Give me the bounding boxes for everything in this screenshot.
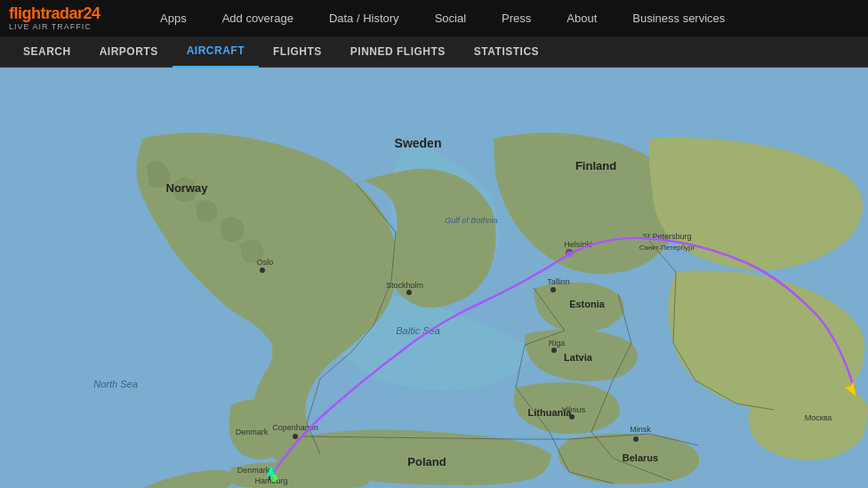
svg-text:Oslo: Oslo <box>257 258 274 267</box>
svg-text:Latvia: Latvia <box>564 352 593 363</box>
nav-about[interactable]: About <box>549 0 615 36</box>
svg-text:Санкт-Петербург: Санкт-Петербург <box>639 244 695 252</box>
subnav-pinned-flights[interactable]: PINNED FLIGHTS <box>336 36 460 68</box>
subnav-aircraft[interactable]: AIRCRAFT <box>173 36 259 68</box>
svg-point-5 <box>551 287 556 292</box>
svg-point-2 <box>260 268 265 273</box>
map-background: Sweden Norway Finland Estonia Latvia Lit… <box>0 68 868 488</box>
svg-point-8 <box>551 348 557 353</box>
svg-point-3 <box>406 290 412 295</box>
svg-text:Minsk: Minsk <box>630 425 651 434</box>
subnav-search[interactable]: SEARCH <box>9 36 85 68</box>
logo[interactable]: flightradar24 LIVE AIR TRAFFIC <box>9 5 125 32</box>
svg-text:North Sea: North Sea <box>93 379 138 389</box>
logo-subtitle: LIVE AIR TRAFFIC <box>9 22 125 31</box>
map-container[interactable]: Sweden Norway Finland Estonia Latvia Lit… <box>0 68 868 488</box>
svg-text:Estonia: Estonia <box>569 299 606 309</box>
svg-point-6 <box>293 434 298 439</box>
logo-text: flightradar24 <box>9 5 125 23</box>
svg-text:St Petersburg: St Petersburg <box>642 232 691 241</box>
svg-text:Finland: Finland <box>575 159 616 172</box>
svg-text:Gulf of Bothnia: Gulf of Bothnia <box>445 216 498 225</box>
svg-text:Stockholm: Stockholm <box>386 281 423 290</box>
svg-text:Sweden: Sweden <box>395 136 442 150</box>
nav-add-coverage[interactable]: Add coverage <box>205 0 311 36</box>
svg-text:Tallinn: Tallinn <box>547 277 570 286</box>
nav-press[interactable]: Press <box>484 0 549 36</box>
top-navigation: flightradar24 LIVE AIR TRAFFIC Apps Add … <box>0 0 868 36</box>
svg-text:Denmark: Denmark <box>237 466 270 475</box>
logo-name: flightradar <box>9 4 84 22</box>
nav-social[interactable]: Social <box>417 0 484 36</box>
svg-point-10 <box>633 436 639 442</box>
subnav-statistics[interactable]: STATISTICS <box>460 36 553 68</box>
nav-apps[interactable]: Apps <box>142 0 205 36</box>
svg-text:Helsinki: Helsinki <box>564 240 592 249</box>
svg-text:Poland: Poland <box>407 455 446 468</box>
svg-text:Norway: Norway <box>166 181 209 195</box>
svg-text:Baltic Sea: Baltic Sea <box>396 325 440 336</box>
svg-text:Vilnius: Vilnius <box>562 405 586 414</box>
svg-text:Belarus: Belarus <box>623 452 658 463</box>
svg-text:Copenhagen: Copenhagen <box>272 423 318 432</box>
sub-navigation: SEARCH AIRPORTS AIRCRAFT FLIGHTS PINNED … <box>0 36 868 68</box>
subnav-airports[interactable]: AIRPORTS <box>85 36 173 68</box>
svg-text:Riga: Riga <box>549 339 566 348</box>
subnav-flights[interactable]: FLIGHTS <box>259 36 336 68</box>
logo-number: 24 <box>84 4 100 22</box>
nav-links: Apps Add coverage Data / History Social … <box>142 0 868 36</box>
svg-point-4 <box>566 249 573 256</box>
nav-business-services[interactable]: Business services <box>615 0 743 36</box>
svg-text:Hamburg: Hamburg <box>254 476 287 485</box>
svg-text:Denmark: Denmark <box>236 428 269 436</box>
svg-text:Москва: Москва <box>805 413 832 422</box>
nav-data-history[interactable]: Data / History <box>311 0 417 36</box>
